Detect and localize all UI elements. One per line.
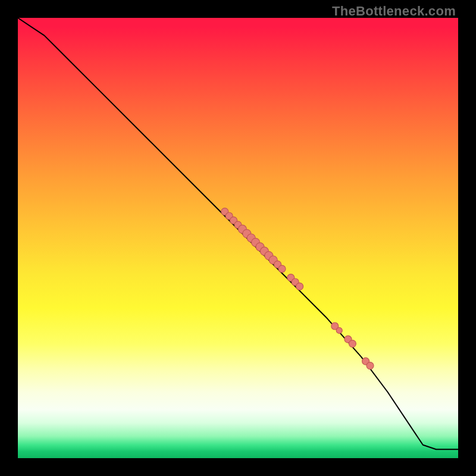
data-points [221, 208, 374, 369]
curve-line [18, 18, 458, 449]
data-point [349, 340, 356, 347]
data-point [278, 265, 286, 273]
chart-frame: TheBottleneck.com [0, 0, 476, 476]
data-point [367, 362, 374, 369]
data-point [336, 327, 342, 333]
data-point [296, 283, 303, 290]
watermark-text: TheBottleneck.com [332, 4, 456, 19]
plot-area [18, 18, 458, 458]
chart-svg [18, 18, 458, 458]
